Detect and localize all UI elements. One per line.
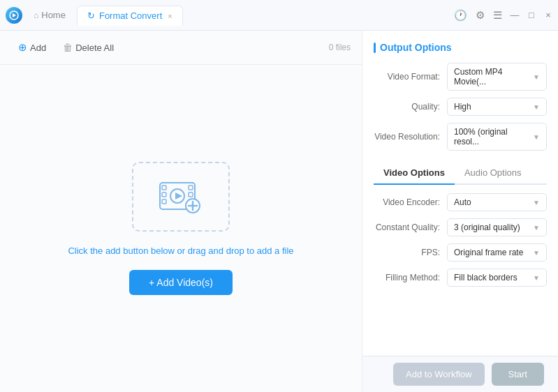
title-bar-right: 🕐 ⚙ ☰ — □ × [454, 9, 552, 22]
output-options-title: Output Options [374, 42, 547, 53]
constant-quality-label: Constant Quality: [374, 223, 447, 232]
fps-select[interactable]: Original frame rate ▼ [447, 243, 547, 262]
quality-value: High [454, 102, 471, 112]
svg-rect-4 [162, 199, 166, 204]
fps-chevron: ▼ [533, 249, 540, 257]
svg-rect-5 [189, 186, 193, 190]
filling-method-select[interactable]: Fill black borders ▼ [447, 269, 547, 287]
constant-quality-select[interactable]: 3 (original quality) ▼ [447, 218, 547, 236]
quality-select[interactable]: High ▼ [447, 98, 547, 116]
toolbar: ⊕ Add 🗑 Delete All 0 files [0, 31, 362, 65]
right-panel-wrapper: Output Options Video Format: Custom MP4 … [362, 31, 558, 392]
fps-label: FPS: [374, 248, 447, 257]
drop-file-link: file [282, 246, 294, 256]
main-content: ⊕ Add 🗑 Delete All 0 files [0, 31, 558, 392]
svg-marker-9 [175, 193, 182, 199]
filling-method-label: Filling Method: [374, 273, 447, 282]
title-bar-left: ⌂ Home ↻ Format Convert × [6, 5, 183, 25]
svg-rect-6 [189, 193, 193, 197]
video-resolution-label: Video Resolution: [374, 132, 447, 142]
drop-instruction: Click the add button below or drag and d… [68, 246, 293, 256]
video-resolution-select[interactable]: 100% (original resol... ▼ [447, 123, 547, 151]
left-panel: ⊕ Add 🗑 Delete All 0 files [0, 31, 362, 392]
svg-rect-2 [162, 186, 166, 190]
add-icon: ⊕ [18, 41, 27, 54]
tab-video-options[interactable]: Video Options [374, 162, 455, 185]
tab-audio-options[interactable]: Audio Options [455, 162, 531, 185]
tab-format-convert[interactable]: ↻ Format Convert × [77, 6, 183, 26]
maximize-button[interactable]: □ [527, 11, 536, 20]
title-bar: ⌂ Home ↻ Format Convert × 🕐 ⚙ ☰ — □ × [0, 0, 558, 31]
constant-quality-row: Constant Quality: 3 (original quality) ▼ [374, 218, 547, 236]
video-encoder-select[interactable]: Auto ▼ [447, 193, 547, 211]
add-button[interactable]: ⊕ Add [11, 38, 53, 57]
window-close-button[interactable]: × [544, 11, 552, 20]
add-to-workflow-button[interactable]: Add to Workflow [393, 363, 484, 386]
video-format-select[interactable]: Custom MP4 Movie(... ▼ [447, 63, 547, 91]
quality-select-chevron: ▼ [533, 224, 540, 232]
delete-label: Delete All [75, 43, 114, 53]
filling-method-value: Fill black borders [454, 273, 517, 282]
delete-all-button[interactable]: 🗑 Delete All [56, 38, 121, 56]
quality-label: Quality: [374, 102, 447, 112]
add-label: Add [30, 43, 46, 53]
video-encoder-row: Video Encoder: Auto ▼ [374, 193, 547, 211]
bottom-bar: Add to Workflow Start [362, 356, 558, 392]
video-encoder-value: Auto [454, 197, 471, 207]
active-tab-label: Format Convert [99, 10, 162, 21]
options-tab-row: Video Options Audio Options [374, 162, 547, 185]
delete-icon: 🗑 [63, 42, 73, 53]
video-format-value: Custom MP4 Movie(... [454, 67, 530, 86]
add-video-button[interactable]: + Add Video(s) [129, 270, 233, 295]
home-icon: ⌂ [34, 10, 38, 20]
settings-icon[interactable]: ⚙ [476, 9, 485, 22]
tab-home[interactable]: ⌂ Home [25, 6, 74, 24]
menu-icon[interactable]: ☰ [493, 9, 502, 22]
quality-row: Quality: High ▼ [374, 98, 547, 116]
fps-row: FPS: Original frame rate ▼ [374, 243, 547, 262]
video-resolution-value: 100% (original resol... [454, 127, 530, 146]
drop-area: Click the add button below or drag and d… [0, 65, 362, 392]
filling-chevron: ▼ [533, 274, 540, 282]
app-icon [6, 7, 22, 24]
video-format-row: Video Format: Custom MP4 Movie(... ▼ [374, 63, 547, 91]
quality-chevron: ▼ [533, 103, 540, 111]
drop-box [132, 162, 230, 232]
constant-quality-value: 3 (original quality) [454, 223, 520, 232]
history-icon[interactable]: 🕐 [454, 9, 467, 22]
fps-value: Original frame rate [454, 248, 523, 257]
minimize-button[interactable]: — [511, 11, 519, 20]
resolution-chevron: ▼ [533, 133, 540, 141]
file-count: 0 files [329, 43, 351, 52]
video-encoder-label: Video Encoder: [374, 197, 447, 207]
encoder-chevron: ▼ [533, 199, 540, 206]
tab-close-icon[interactable]: × [168, 12, 172, 20]
video-resolution-row: Video Resolution: 100% (original resol..… [374, 123, 547, 151]
home-tab-label: Home [41, 10, 66, 20]
start-button[interactable]: Start [492, 363, 544, 386]
video-format-chevron: ▼ [533, 73, 540, 81]
refresh-icon: ↻ [87, 10, 95, 21]
svg-rect-3 [162, 193, 166, 197]
filling-method-row: Filling Method: Fill black borders ▼ [374, 269, 547, 287]
film-icon [156, 176, 205, 218]
video-format-label: Video Format: [374, 72, 447, 82]
right-panel: Output Options Video Format: Custom MP4 … [362, 31, 558, 305]
